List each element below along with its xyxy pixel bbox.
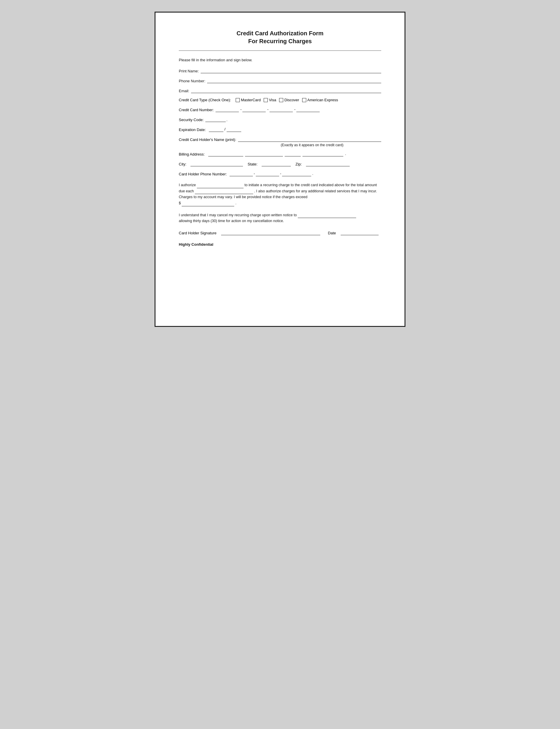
cc-segment-1	[216, 107, 239, 112]
cardholder-phone-label: Card Holder Phone Number:	[179, 172, 227, 176]
amex-label: American Express	[307, 98, 338, 102]
security-code-line	[205, 117, 226, 122]
expiration-label: Expiration Date:	[179, 127, 206, 132]
phone-period: .	[312, 171, 313, 176]
holder-name-line	[238, 137, 381, 142]
billing-address-row: Billing Address: .	[179, 151, 381, 156]
email-label: Email:	[179, 89, 189, 93]
cc-dash-1: -	[240, 107, 241, 111]
holder-name-note: (Exactly as it appears on the credit car…	[179, 143, 381, 147]
discover-checkbox[interactable]	[279, 98, 283, 102]
signature-label: Card Holder Signature	[179, 231, 216, 235]
discover-label: Discover	[284, 98, 299, 102]
expiration-month	[209, 127, 223, 132]
city-line	[190, 161, 243, 166]
cancel-text-2: allowing thirty days (30) time for actio…	[179, 219, 284, 223]
phone-dash-1: -	[254, 171, 255, 176]
instructions: Please fill in the information and sign …	[179, 58, 381, 62]
cc-discover-option: Discover	[279, 98, 299, 102]
form-subtitle: For Recurring Charges	[179, 38, 381, 45]
auth-text-1: I authorize	[179, 183, 196, 187]
cc-type-row: Credit Card Type (Check One): MasterCard…	[179, 98, 381, 102]
email-field: Email:	[179, 88, 381, 93]
zip-line	[306, 161, 350, 166]
billing-address-label: Billing Address:	[179, 152, 205, 156]
auth-company-line	[197, 184, 244, 188]
state-label: State:	[248, 162, 258, 166]
holder-name-label: Credit Card Holder's Name (print):	[179, 137, 236, 142]
cc-segment-4	[296, 107, 320, 112]
auth-dollar-amount-line	[182, 202, 234, 206]
auth-amount-due-line	[195, 190, 253, 194]
signature-line	[221, 230, 320, 235]
zip-label: Zip:	[295, 162, 302, 166]
phone-number-field: Phone Number:	[179, 78, 381, 83]
signature-row: Card Holder Signature Date	[179, 230, 381, 235]
billing-seg4	[302, 151, 343, 156]
form-title: Credit Card Authorization Form	[179, 30, 381, 37]
expiration-date-row: Expiration Date: /	[179, 127, 381, 132]
cancel-company-line	[298, 214, 356, 218]
cc-mastercard-option: MasterCard	[236, 98, 261, 102]
email-line	[191, 88, 381, 93]
cancel-paragraph: I understand that I may cancel my recurr…	[179, 212, 381, 224]
city-state-zip-row: City: State: Zip:	[179, 161, 381, 166]
billing-seg2	[245, 151, 283, 156]
phone-seg-1	[230, 171, 253, 176]
phone-number-line	[207, 78, 381, 83]
cc-segment-3	[269, 107, 293, 112]
expiration-separator: /	[225, 127, 226, 131]
expiration-year	[227, 127, 241, 132]
cc-visa-option: Visa	[264, 98, 276, 102]
confidential-label: Highly Confidential	[179, 242, 381, 246]
security-code-label: Security Code:	[179, 118, 204, 122]
phone-dash-2: -	[280, 171, 281, 176]
security-period: .	[226, 118, 227, 122]
auth-dollar: $	[179, 201, 181, 205]
billing-period: .	[345, 151, 346, 156]
divider	[179, 50, 381, 51]
security-code-row: Security Code: .	[179, 117, 381, 122]
cc-number-label: Credit Card Number:	[179, 108, 214, 112]
cc-dash-2: -	[267, 107, 268, 111]
billing-seg3	[285, 151, 301, 156]
authorization-paragraph: I authorize to initiate a recurring char…	[179, 182, 381, 206]
state-line	[262, 161, 291, 166]
cc-amex-option: American Express	[302, 98, 338, 102]
cardholder-phone-row: Card Holder Phone Number: - - .	[179, 171, 381, 176]
date-line	[341, 230, 379, 235]
print-name-line	[201, 68, 381, 73]
city-label: City:	[179, 162, 186, 166]
phone-seg-3	[282, 171, 311, 176]
cc-dash-3: -	[294, 107, 295, 111]
date-label: Date	[328, 231, 336, 235]
mastercard-label: MasterCard	[241, 98, 261, 102]
cc-number-row: Credit Card Number: - - -	[179, 107, 381, 112]
cancel-text-1: I understand that I may cancel my recurr…	[179, 213, 297, 217]
phone-seg-2	[256, 171, 279, 176]
billing-seg1	[208, 151, 243, 156]
mastercard-checkbox[interactable]	[236, 98, 240, 102]
auth-period: .	[235, 201, 236, 205]
print-name-field: Print Name:	[179, 68, 381, 73]
cc-segment-2	[242, 107, 266, 112]
form-page: Credit Card Authorization Form For Recur…	[155, 12, 405, 327]
phone-number-label: Phone Number:	[179, 79, 205, 83]
visa-checkbox[interactable]	[264, 98, 268, 102]
cc-type-label: Credit Card Type (Check One):	[179, 98, 231, 102]
holder-name-row: Credit Card Holder's Name (print):	[179, 137, 381, 142]
amex-checkbox[interactable]	[302, 98, 306, 102]
visa-label: Visa	[269, 98, 276, 102]
print-name-label: Print Name:	[179, 69, 199, 73]
